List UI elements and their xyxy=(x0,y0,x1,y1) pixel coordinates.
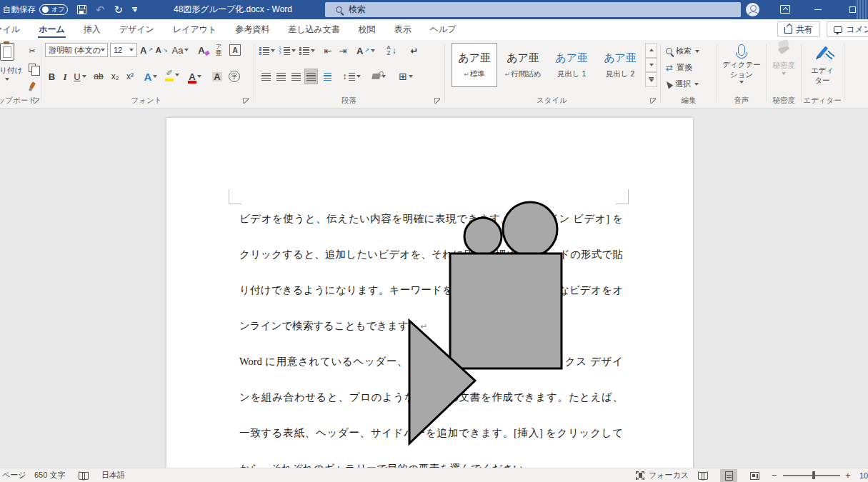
select-button[interactable]: 選択 xyxy=(666,79,699,89)
find-button[interactable]: 検索 xyxy=(666,46,699,56)
document-line[interactable]: ンラインで検索することもできます。↵ xyxy=(239,300,623,336)
autosave-toggle[interactable]: 自動保存 オフ xyxy=(3,4,68,15)
quick-access-more-icon[interactable] xyxy=(132,7,137,12)
undo-icon[interactable]: ↶ xyxy=(96,4,105,15)
underline-button[interactable]: U xyxy=(71,69,89,84)
zoom-in-button[interactable]: + xyxy=(845,468,851,482)
tab-references[interactable]: 参考資料 xyxy=(226,19,279,40)
tab-insert[interactable]: 挿入 xyxy=(74,19,110,40)
numbering-button[interactable]: 1 2 3 xyxy=(278,43,296,59)
styles-scroll-up-button[interactable] xyxy=(645,43,657,58)
justify-button[interactable] xyxy=(304,69,318,84)
tab-design[interactable]: デザイン xyxy=(110,19,164,40)
font-size-combo[interactable]: 12 xyxy=(110,43,137,57)
comments-button[interactable]: コメント xyxy=(827,21,868,37)
tab-mailings[interactable]: 差し込み文書 xyxy=(279,19,349,40)
strikethrough-button[interactable]: ab xyxy=(91,69,106,84)
dictation-button[interactable]: ディクテーション xyxy=(722,44,761,84)
zoom-out-button[interactable]: − xyxy=(772,468,777,482)
styles-scroll-down-button[interactable] xyxy=(645,58,657,73)
paragraph-dialog-launcher-icon[interactable] xyxy=(434,98,440,104)
grow-font-button[interactable]: A↗ xyxy=(139,42,154,58)
focus-button[interactable]: フォーカス xyxy=(636,468,689,482)
style-heading2-card[interactable]: あア亜 見出し 2 xyxy=(597,43,643,87)
borders-button[interactable]: ⊞ xyxy=(395,69,416,84)
proofing-status-button[interactable] xyxy=(79,468,89,482)
increase-indent-button[interactable]: ⇥ xyxy=(336,43,350,59)
multilevel-list-button[interactable] xyxy=(298,43,316,59)
word-count[interactable]: 650 文字 xyxy=(34,468,65,482)
font-color-button[interactable]: A xyxy=(185,69,205,84)
style-normal-card[interactable]: あア亜 ↵標準 xyxy=(452,43,497,87)
autosave-switch-icon[interactable]: オフ xyxy=(39,4,68,15)
tab-home[interactable]: ホーム xyxy=(29,19,74,40)
tab-layout[interactable]: レイアウト xyxy=(164,19,226,40)
shrink-font-button[interactable]: A↗ xyxy=(154,42,169,58)
tab-review[interactable]: 校閲 xyxy=(349,19,385,40)
subscript-button[interactable]: x₂ xyxy=(108,69,122,84)
share-button[interactable]: 共有 xyxy=(777,21,820,37)
decrease-indent-button[interactable]: ⇤ xyxy=(321,43,335,59)
ruby-button[interactable]: ア亜 xyxy=(212,42,225,58)
read-mode-button[interactable] xyxy=(694,469,712,482)
document-line[interactable]: クリックすると、追加したいビデオを、それに応じた埋め込みコードの形式で貼 xyxy=(239,229,623,264)
redo-icon[interactable]: ↻ xyxy=(114,4,124,15)
italic-button[interactable]: I xyxy=(59,69,71,84)
bold-button[interactable]: B xyxy=(46,69,58,84)
change-case-button[interactable]: Aa xyxy=(171,42,190,58)
zoom-slider-handle[interactable] xyxy=(812,471,815,479)
zoom-slider[interactable] xyxy=(783,475,840,476)
font-name-combo[interactable]: 游明朝 (本文の xyxy=(45,43,108,57)
language-indicator[interactable]: 日本語 xyxy=(101,468,125,482)
enclose-character-button[interactable]: 字 xyxy=(227,69,241,84)
document-line[interactable]: 一致する表紙、ヘッダー、サイドバーを追加できます。[挿入] をクリックして xyxy=(239,407,623,443)
sort-button[interactable]: AZ ↓ xyxy=(382,43,401,59)
align-right-button[interactable] xyxy=(289,69,303,84)
print-layout-button[interactable] xyxy=(720,469,737,482)
cut-button[interactable]: ✂ xyxy=(26,43,39,59)
document-line[interactable]: ビデオを使うと、伝えたい内容を明確に表現できます。[オンライン ビデオ] を xyxy=(239,193,623,229)
zoom-level[interactable]: 100% xyxy=(859,468,868,482)
ribbon-display-options-icon[interactable] xyxy=(780,5,790,14)
styles-more-button[interactable] xyxy=(645,72,657,87)
bullets-button[interactable] xyxy=(258,43,276,59)
account-avatar[interactable] xyxy=(746,3,759,16)
shading-button[interactable] xyxy=(368,69,389,84)
styles-dialog-launcher-icon[interactable] xyxy=(650,98,656,104)
clear-formatting-button[interactable]: A xyxy=(193,42,210,58)
style-nospacing-card[interactable]: あア亜 ↵行間詰め xyxy=(500,43,546,87)
replace-button[interactable]: ⇄ 置換 xyxy=(666,62,692,73)
document-page[interactable]: ビデオを使うと、伝えたい内容を明確に表現できます。[オンライン ビデオ] を ク… xyxy=(166,118,693,468)
distribute-button[interactable] xyxy=(319,69,335,84)
tab-help[interactable]: ヘルプ xyxy=(421,19,466,40)
document-text[interactable]: ビデオを使うと、伝えたい内容を明確に表現できます。[オンライン ビデオ] を ク… xyxy=(239,193,623,468)
page-indicator[interactable]: ページ xyxy=(2,468,26,482)
editor-button[interactable]: エディター xyxy=(809,46,835,85)
tab-view[interactable]: 表示 xyxy=(385,19,421,40)
align-left-button[interactable] xyxy=(259,69,273,84)
web-layout-button[interactable] xyxy=(746,469,763,482)
search-input[interactable]: 検索 xyxy=(325,2,741,17)
paste-button[interactable]: 貼り付け xyxy=(0,43,24,81)
style-heading1-card[interactable]: あア亜 見出し 1 xyxy=(549,43,594,87)
character-scaling-button[interactable]: A↗ xyxy=(355,43,376,59)
line-spacing-button[interactable]: ↕ xyxy=(341,69,362,84)
show-editing-marks-button[interactable]: ↵ xyxy=(406,43,422,59)
character-shading-button[interactable]: A xyxy=(210,69,224,84)
font-dialog-launcher-icon[interactable] xyxy=(243,98,249,104)
save-icon[interactable] xyxy=(77,5,86,14)
copy-button[interactable] xyxy=(26,60,39,76)
document-line[interactable]: Word に用意されているヘッダー、フッター、表紙、テキスト ボックス デザイ xyxy=(239,336,623,371)
tab-file[interactable]: ファイル xyxy=(0,19,29,40)
document-line[interactable]: ンを組み合わせると、プロのような見栄えの文書を作成できます。たとえば、 xyxy=(239,371,623,407)
format-painter-button[interactable] xyxy=(26,77,39,93)
document-line[interactable]: り付けできるようになります。キーワードを入力して、文書に最適なビデオをオ xyxy=(239,264,623,300)
text-effects-button[interactable]: A xyxy=(141,69,160,84)
minimize-button[interactable] xyxy=(807,0,829,19)
align-center-button[interactable] xyxy=(274,69,288,84)
document-line[interactable]: から、それぞれのギャラリーで目的の要素を選んでください。 xyxy=(239,443,623,468)
enclose-box-button[interactable]: A xyxy=(228,42,242,58)
highlight-button[interactable]: ✐ xyxy=(162,67,182,83)
superscript-button[interactable]: x² xyxy=(123,69,137,84)
clipboard-dialog-launcher-icon[interactable] xyxy=(34,98,39,104)
